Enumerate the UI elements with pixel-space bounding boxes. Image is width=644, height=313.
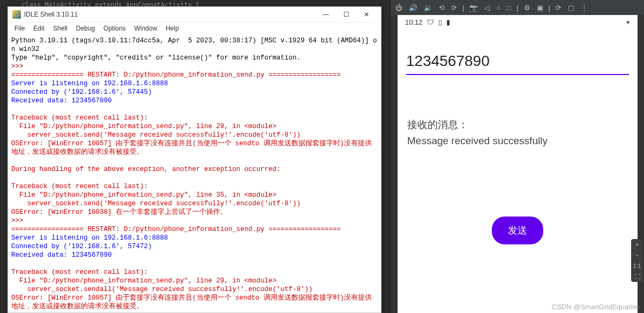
- zoom-fit-button[interactable]: ⛶: [631, 271, 643, 282]
- msg-header: 接收的消息：: [407, 118, 628, 132]
- traceback-line: File "D:/python/phone_information_send.p…: [11, 277, 276, 285]
- more-icon[interactable]: ⋮: [580, 3, 589, 13]
- traceback-line: Traceback (most recent call last):: [11, 269, 148, 276]
- emulator-panel: ⏻ 🔊 🔉 ⟲ ⟳ | 📷 ◁ ○ □ | ⚙ ▣ | ⟳ ▢ ⋮ 10:12 …: [391, 0, 644, 313]
- screenshot-icon[interactable]: 📷: [468, 3, 479, 13]
- banner-line: Type "help", "copyright", "credits" or "…: [11, 54, 301, 62]
- traceback-line: server_socket.sendall('Message received …: [11, 286, 313, 293]
- server-line: Server is listening on 192.168.1.6:8888: [11, 80, 168, 87]
- zoom-out-button[interactable]: −: [631, 250, 643, 260]
- menu-window[interactable]: Window: [130, 24, 161, 33]
- statusbar: 10:12 🛡 ▯ ▮ ▾: [398, 15, 638, 29]
- shell-output[interactable]: Python 3.10.11 (tags/v3.10.11:7d4cc5a, A…: [8, 34, 381, 312]
- menu-options[interactable]: Options: [99, 24, 130, 33]
- watermark: CSDN @SmartGridEquation: [552, 303, 640, 311]
- volume-up-icon[interactable]: 🔊: [408, 3, 418, 13]
- server-line: Received data: 1234567890: [11, 97, 112, 105]
- wifi-icon: ▾: [626, 18, 630, 26]
- power-icon[interactable]: ⏻: [394, 3, 403, 13]
- window-title: IDLE Shell 3.10.11: [24, 11, 316, 18]
- card-icon: ▯: [438, 18, 442, 26]
- menubar: File Edit Shell Debug Options Window Hel…: [8, 23, 381, 34]
- menu-shell[interactable]: Shell: [49, 24, 72, 33]
- phone-screen: 10:12 🛡 ▯ ▮ ▾ 接收的消息： Message received su…: [398, 15, 638, 313]
- stop-icon[interactable]: ▢: [567, 3, 575, 13]
- traceback-line: OSError: [WinError 10038] 在一个非套接字上尝试了一个操…: [11, 208, 227, 216]
- traceback-line: File "D:/python/phone_information_send.p…: [11, 123, 276, 130]
- menu-help[interactable]: Help: [161, 24, 183, 33]
- reload-icon[interactable]: ⟳: [555, 3, 563, 13]
- home-icon[interactable]: ○: [495, 3, 501, 13]
- server-line: Server is listening on 192.168.1.6:8888: [11, 234, 168, 242]
- shield-icon: 🛡: [427, 18, 434, 26]
- maximize-button[interactable]: ☐: [336, 8, 356, 21]
- send-button[interactable]: 发送: [492, 217, 543, 244]
- menu-edit[interactable]: Edit: [29, 24, 49, 33]
- traceback-line: File "D:/python/phone_information_send.p…: [11, 191, 276, 199]
- rotate-right-icon[interactable]: ⟳: [450, 3, 458, 13]
- traceback-line: Traceback (most recent call last):: [11, 183, 148, 190]
- menu-file[interactable]: File: [10, 24, 29, 33]
- traceback-line: During handling of the above exception, …: [11, 166, 281, 173]
- server-line: Connected by ('192.168.1.6', 57472): [11, 243, 152, 250]
- server-line: Connected by ('192.168.1.6', 57445): [11, 88, 152, 96]
- emulator-toolbar: ⏻ 🔊 🔉 ⟲ ⟳ | 📷 ◁ ○ □ | ⚙ ▣ | ⟳ ▢ ⋮: [391, 0, 644, 15]
- traceback-line: server_socket.send('Message received suc…: [11, 131, 301, 139]
- settings-icon[interactable]: ⚙: [523, 3, 531, 13]
- traceback-line: server_socket.send('Message received suc…: [11, 200, 301, 207]
- traceback-line: Traceback (most recent call last):: [11, 114, 148, 122]
- restart-line: ================== RESTART: D:/python/ph…: [11, 71, 341, 79]
- idle-shell-window: IDLE Shell 3.10.11 — ☐ ✕ File Edit Shell…: [8, 6, 381, 313]
- prompt: >>>: [11, 63, 24, 70]
- traceback-line: OSError: [WinError 10057] 由于套接字没有连接并且(当使…: [11, 140, 372, 156]
- overview-icon[interactable]: □: [506, 3, 512, 13]
- minimize-button[interactable]: —: [316, 8, 336, 21]
- layout-icon[interactable]: ▣: [536, 3, 544, 13]
- banner-line: Python 3.10.11 (tags/v3.10.11:7d4cc5a, A…: [11, 37, 377, 53]
- prompt: >>>: [11, 217, 24, 225]
- rotate-left-icon[interactable]: ⟲: [438, 3, 446, 13]
- server-line: Received data: 1234567890: [11, 251, 112, 259]
- restart-line: ================== RESTART: D:/python/ph…: [11, 226, 341, 233]
- traceback-line: OSError: [WinError 10057] 由于套接字没有连接并且(当使…: [11, 294, 372, 310]
- received-message: 接收的消息： Message received successfully: [407, 118, 628, 147]
- back-icon[interactable]: ◁: [483, 3, 491, 13]
- message-input[interactable]: [406, 48, 629, 75]
- volume-down-icon[interactable]: 🔉: [423, 3, 433, 13]
- zoom-reset-button[interactable]: 1:1: [631, 260, 643, 271]
- apps-icon: ▮: [446, 18, 450, 26]
- titlebar: IDLE Shell 3.10.11 — ☐ ✕: [8, 7, 381, 23]
- status-time: 10:12: [405, 18, 423, 26]
- editor-gutter: [0, 75, 8, 289]
- msg-body: Message received successfully: [407, 135, 628, 147]
- prompt: >>>: [11, 311, 24, 312]
- menu-debug[interactable]: Debug: [72, 24, 99, 33]
- python-icon: [12, 10, 21, 19]
- zoom-controls: + − 1:1 ⛶: [631, 239, 643, 282]
- zoom-in-button[interactable]: +: [631, 239, 643, 250]
- close-button[interactable]: ✕: [356, 8, 377, 21]
